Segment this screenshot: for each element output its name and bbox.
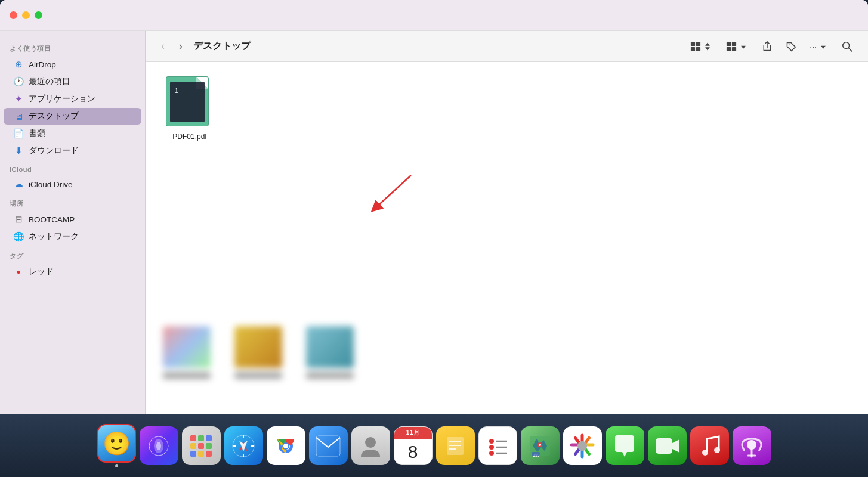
drive-icon: ⊟ [13, 214, 24, 225]
sidebar: よく使う項目 ⊕ AirDrop 🕐 最近の項目 ✦ アプリケーション 🖥 デス… [0, 31, 146, 414]
svg-rect-17 [190, 443, 196, 449]
svg-rect-52 [656, 438, 672, 454]
svg-rect-2 [691, 47, 695, 51]
svg-point-51 [577, 441, 587, 451]
sidebar-section-tags: タグ [0, 246, 145, 263]
toolbar: ‹ › デスクトップ [146, 31, 868, 62]
dock-item-reminders[interactable] [478, 426, 517, 465]
group-chevron-icon [738, 41, 749, 52]
grid-view-button[interactable] [687, 39, 716, 54]
svg-rect-4 [727, 41, 731, 45]
dock-item-messages[interactable] [606, 426, 644, 465]
calendar-dock-icon: 11月 8 [394, 426, 433, 465]
svg-rect-22 [206, 451, 212, 457]
svg-point-55 [714, 447, 720, 453]
sidebar-item-recents[interactable]: 🕐 最近の項目 [4, 73, 141, 90]
fullscreen-button[interactable] [35, 11, 42, 19]
dock-item-finder[interactable]: 🙂 [97, 424, 136, 467]
svg-rect-15 [198, 435, 204, 441]
dock-item-notes[interactable] [436, 426, 475, 465]
toolbar-right: ··· [687, 39, 856, 54]
svg-point-44 [489, 451, 494, 456]
sidebar-item-desktop[interactable]: 🖥 デスクトップ [4, 108, 141, 125]
document-icon: 📄 [13, 128, 24, 139]
dock-item-siri[interactable] [140, 426, 178, 465]
dock-item-safari[interactable] [224, 426, 263, 465]
maps-dock-icon: 280 [521, 426, 560, 465]
svg-rect-6 [727, 47, 731, 51]
sidebar-item-red-tag[interactable]: ● レッド [4, 264, 141, 280]
forward-button[interactable]: › [175, 38, 186, 55]
calendar-day: 8 [408, 439, 418, 464]
dock-item-contacts[interactable] [351, 426, 390, 465]
svg-rect-7 [732, 47, 736, 51]
svg-rect-34 [316, 436, 340, 456]
mail-dock-icon [309, 426, 348, 465]
clock-icon: 🕐 [13, 76, 24, 87]
tag-button[interactable] [782, 39, 800, 54]
sidebar-section-places: 場所 [0, 193, 145, 210]
svg-rect-16 [206, 435, 212, 441]
file-grid: 1 PDF01.pdf [146, 62, 868, 414]
svg-point-13 [156, 442, 161, 450]
svg-point-56 [747, 440, 756, 450]
desktop-icon: 🖥 [13, 111, 24, 122]
red-tag-icon: ● [13, 267, 24, 277]
sidebar-item-icloud-drive[interactable]: ☁ iCloud Drive [4, 176, 141, 193]
svg-rect-21 [198, 451, 204, 457]
svg-point-33 [283, 444, 288, 448]
dock-item-facetime[interactable] [648, 426, 687, 465]
file-item-pdf01[interactable]: 1 PDF01.pdf [160, 76, 220, 141]
search-button[interactable] [838, 39, 856, 54]
sidebar-item-downloads[interactable]: ⬇ ダウンロード [4, 143, 141, 159]
close-button[interactable] [10, 11, 17, 19]
finder-window: よく使う項目 ⊕ AirDrop 🕐 最近の項目 ✦ アプリケーション 🖥 デス… [0, 0, 868, 414]
photos-dock-icon [563, 426, 602, 465]
blurred-item-1 [160, 326, 214, 379]
dock-item-mail[interactable] [309, 426, 348, 465]
messages-dock-icon [606, 426, 644, 465]
launchpad-icon: ✦ [13, 94, 24, 104]
finder-dot [115, 464, 118, 467]
svg-rect-3 [696, 47, 700, 51]
group-view-button[interactable] [722, 39, 752, 54]
blurred-item-3 [303, 326, 357, 379]
svg-rect-5 [732, 41, 736, 45]
sidebar-item-airdrop[interactable]: ⊕ AirDrop [4, 56, 141, 73]
dock-item-launchpad[interactable] [182, 426, 221, 465]
music-dock-icon [690, 426, 729, 465]
group-icon [726, 41, 737, 52]
dock-item-maps[interactable]: 280 [521, 426, 560, 465]
svg-rect-18 [198, 443, 204, 449]
dock-item-podcasts[interactable] [733, 426, 771, 465]
dock: 🙂 [0, 414, 868, 477]
svg-rect-1 [696, 41, 700, 45]
more-chevron-icon [818, 41, 829, 52]
sidebar-item-documents[interactable]: 📄 書類 [4, 125, 141, 142]
sort-chevrons-icon [702, 41, 713, 52]
grid-icon [690, 41, 701, 52]
reminders-dock-icon [478, 426, 517, 465]
svg-point-54 [702, 450, 708, 456]
traffic-lights [10, 11, 42, 19]
dock-item-chrome[interactable] [267, 426, 305, 465]
svg-marker-53 [672, 439, 679, 453]
sidebar-section-favorites: よく使う項目 [0, 38, 145, 55]
arrow-annotation [357, 169, 417, 217]
back-button[interactable]: ‹ [157, 38, 168, 55]
sidebar-item-bootcamp[interactable]: ⊟ BOOTCAMP [4, 211, 141, 228]
more-button[interactable]: ··· [806, 39, 832, 54]
contacts-dock-icon [351, 426, 390, 465]
notes-dock-icon [436, 426, 475, 465]
sidebar-item-applications[interactable]: ✦ アプリケーション [4, 91, 141, 107]
minimize-button[interactable] [22, 11, 30, 19]
dock-item-music[interactable] [690, 426, 729, 465]
sidebar-item-network[interactable]: 🌐 ネットワーク [4, 228, 141, 245]
blurred-item-2 [231, 326, 285, 379]
share-button[interactable] [758, 39, 776, 54]
svg-point-35 [365, 437, 376, 448]
svg-rect-50 [532, 452, 540, 456]
dock-item-calendar[interactable]: 11月 8 [394, 426, 433, 465]
calendar-month: 11月 [394, 427, 432, 439]
dock-item-photos[interactable] [563, 426, 602, 465]
